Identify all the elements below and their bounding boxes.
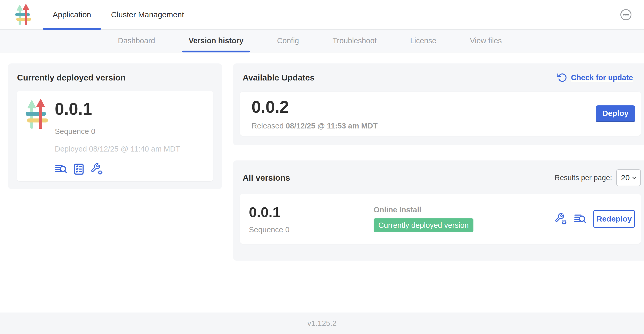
console-version-label: v1.125.2 [307, 319, 336, 328]
config-icon[interactable] [554, 213, 567, 225]
footer: v1.125.2 [0, 313, 644, 334]
currently-deployed-panel: Currently deployed version 0.0.1 Sequenc… [8, 63, 222, 189]
subnav-item-config[interactable]: Config [271, 30, 305, 52]
currently-deployed-title: Currently deployed version [17, 73, 213, 83]
tab-cluster-management[interactable]: Cluster Management [101, 0, 194, 29]
deployed-version-number: 0.0.1 [55, 100, 180, 118]
deployed-timestamp: Deployed 08/12/25 @ 11:40 am MDT [55, 145, 180, 153]
row-sequence: Sequence 0 [249, 225, 374, 234]
subnav-item-version-history[interactable]: Version history [182, 30, 250, 52]
currently-deployed-card: 0.0.1 Sequence 0 Deployed 08/12/25 @ 11:… [17, 91, 213, 181]
subnav-item-view-files[interactable]: View files [463, 30, 508, 52]
release-notes-icon[interactable] [574, 213, 586, 225]
check-for-update-link[interactable]: Check for update [557, 72, 633, 83]
main-content: Currently deployed version 0.0.1 Sequenc… [0, 52, 644, 313]
results-per-page: Results per page: 20 [555, 169, 641, 186]
deployed-sequence: Sequence 0 [55, 127, 180, 136]
available-updates-title: Available Updates [243, 73, 314, 83]
install-type-label: Online Install [374, 206, 473, 214]
primary-nav: Application Cluster Management [43, 0, 194, 29]
subnav-item-dashboard[interactable]: Dashboard [112, 30, 161, 52]
version-row: 0.0.1 Sequence 0 Online Install Currentl… [240, 194, 641, 244]
app-logo-icon [25, 99, 49, 129]
currently-deployed-badge: Currently deployed version [374, 218, 473, 232]
check-for-update-label: Check for update [571, 73, 633, 82]
redeploy-button[interactable]: Redeploy [593, 210, 635, 228]
all-versions-title: All versions [243, 173, 290, 183]
subnav-item-license[interactable]: License [404, 30, 443, 52]
chevron-down-icon [631, 174, 638, 181]
results-per-page-select[interactable]: 20 [616, 169, 641, 186]
released-timestamp: 08/12/25 @ 11:53 am MDT [286, 122, 378, 130]
subnav-item-troubleshoot[interactable]: Troubleshoot [326, 30, 383, 52]
update-released-line: Released 08/12/25 @ 11:53 am MDT [252, 122, 378, 130]
deploy-button[interactable]: Deploy [596, 105, 635, 122]
available-updates-panel: Available Updates Check for update 0.0.2 [233, 63, 644, 145]
results-per-page-label: Results per page: [555, 174, 612, 182]
tab-application[interactable]: Application [43, 0, 101, 29]
ellipsis-menu-icon[interactable] [620, 9, 632, 21]
top-bar: Application Cluster Management [0, 0, 644, 30]
right-column: Available Updates Check for update 0.0.2 [233, 63, 644, 261]
available-update-row: 0.0.2 Released 08/12/25 @ 11:53 am MDT D… [240, 92, 641, 136]
topbar-spacer [194, 0, 620, 29]
results-per-page-value: 20 [621, 173, 630, 182]
deployed-action-icons [55, 163, 180, 175]
app-subnav: Dashboard Version history Config Trouble… [0, 30, 644, 52]
release-notes-icon[interactable] [55, 163, 67, 175]
row-version-number: 0.0.1 [249, 204, 374, 220]
update-version-number: 0.0.2 [252, 98, 378, 116]
preflight-checks-icon[interactable] [73, 163, 85, 175]
all-versions-panel: All versions Results per page: 20 [233, 160, 644, 261]
app-logo-icon [15, 4, 32, 25]
released-label: Released [252, 122, 284, 130]
row-actions: Redeploy [554, 210, 635, 228]
refresh-icon [557, 72, 567, 83]
config-icon[interactable] [90, 163, 103, 175]
